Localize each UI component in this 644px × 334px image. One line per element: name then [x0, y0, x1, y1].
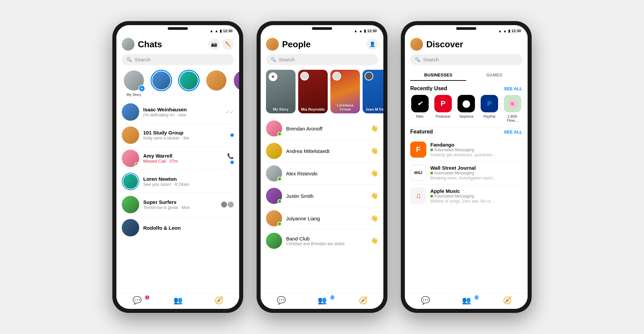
- status-bar-people: ▲ ▲ ▮ 12:30: [261, 25, 383, 35]
- people-item-julyanne[interactable]: Julyanne Liang 👋: [261, 207, 383, 229]
- chat-item-study[interactable]: 101 Study Group Kelly sent a sticker · 9…: [116, 124, 239, 147]
- battery-icon-p: ▮: [364, 29, 366, 33]
- apple-music-icon: ♫: [410, 188, 426, 204]
- fandango-verified-dot: [430, 149, 433, 151]
- wave-icon-alex[interactable]: 👋: [371, 170, 378, 177]
- story-item-5[interactable]: [232, 70, 239, 97]
- story-card-jean[interactable]: Jean-M Denis: [363, 70, 383, 113]
- nav-people-d[interactable]: 👥 33: [446, 296, 487, 305]
- nike-icon: ✔: [411, 95, 429, 112]
- discover-tabs: BUSINESSES GAMES: [405, 68, 528, 84]
- camera-button[interactable]: 📷: [208, 39, 220, 50]
- my-story-label: My Story: [122, 93, 146, 97]
- brand-paypal[interactable]: P PayPal: [480, 95, 499, 122]
- story-card-my-story[interactable]: + My Story: [266, 70, 296, 113]
- discover-screen-content: Discover 🔍 Search BUSINESSES GAMES Recen…: [405, 35, 528, 309]
- time-discover: 12:30: [512, 29, 521, 33]
- nav-discover[interactable]: 🧭: [198, 296, 239, 305]
- chat-item-rodolfo[interactable]: Rodolfo & Leon: [116, 216, 239, 239]
- nav-chat[interactable]: 💬 3: [116, 296, 157, 305]
- nav-people-p[interactable]: 👥 33: [302, 296, 342, 305]
- people-item-alex[interactable]: Alex Ristevski 👋: [261, 162, 383, 184]
- people-search-placeholder: Search: [279, 57, 295, 62]
- people-item-brendan[interactable]: Brendan Aronoff 👋: [261, 117, 383, 140]
- chat-item-surfers[interactable]: Super Surfers Tomorrow is great · Mon: [116, 193, 239, 216]
- people-nav-icon-p: 👥: [318, 296, 327, 305]
- notch-speaker-people: [312, 27, 332, 30]
- featured-fandango[interactable]: F Fandango Automated Messaging Instantly…: [405, 138, 528, 161]
- chat-avatar-rodolfo: [122, 219, 139, 236]
- featured-apple-music[interactable]: ♫ Apple Music Automated Messaging Millio…: [405, 184, 528, 207]
- brand-nike[interactable]: ✔ Nike: [410, 95, 429, 122]
- wave-icon-andrea[interactable]: 👋: [371, 147, 378, 155]
- brand-flowers[interactable]: 🌸 1-800-Flow…: [503, 95, 522, 122]
- chat-meta-isaac: ✓✓: [226, 109, 234, 115]
- tab-businesses[interactable]: BUSINESSES: [410, 70, 466, 81]
- people-name-alex: Alex Ristevski: [286, 171, 317, 176]
- discover-search-bar[interactable]: 🔍 Search: [410, 54, 522, 65]
- people-screen-content: People 👤 🔍 Search + My S: [261, 35, 383, 309]
- chat-info-rodolfo: Rodolfo & Leon: [143, 225, 234, 231]
- phone-discover: ▲ ▲ ▮ 12:30 Discover 🔍 Search BUSINESSES…: [401, 21, 532, 313]
- story-item-2[interactable]: [149, 70, 173, 97]
- compose-button[interactable]: ✏️: [222, 39, 234, 50]
- nav-people[interactable]: 👥: [157, 296, 198, 305]
- chat-info-surfers: Super Surfers Tomorrow is great · Mon: [143, 199, 217, 210]
- people-item-justin[interactable]: Justin Smith 👋: [261, 185, 383, 207]
- chat-preview-surfers: Tomorrow is great · Mon: [143, 205, 217, 210]
- apple-music-name: Apple Music: [430, 188, 522, 194]
- story-item-4[interactable]: [204, 70, 228, 97]
- brand-pinterest[interactable]: P Pinterest: [433, 95, 452, 122]
- battery-icon: ▮: [220, 29, 222, 33]
- nav-discover-d[interactable]: 🧭: [487, 296, 528, 305]
- featured-see-all[interactable]: SEE ALL: [504, 129, 522, 134]
- user-avatar-people[interactable]: [266, 38, 279, 51]
- time-people: 12:30: [367, 29, 377, 33]
- phone-icon-amy: 📞: [227, 153, 234, 159]
- compose-icon: ✏️: [225, 41, 231, 47]
- wave-icon-band[interactable]: 👋: [371, 237, 378, 244]
- apple-music-desc: Millions of songs. Zero ads. No commitme…: [430, 199, 497, 204]
- chat-preview-study: Kelly sent a sticker · 9m: [143, 135, 226, 141]
- search-icon-people: 🔍: [271, 57, 276, 62]
- people-nav-icon-d: 👥: [462, 296, 471, 305]
- search-icon-chats: 🔍: [126, 57, 132, 62]
- wave-icon-brendan[interactable]: 👋: [371, 125, 378, 132]
- recently-used-see-all[interactable]: SEE ALL: [504, 86, 522, 91]
- chat-meta-amy: 📞: [227, 153, 234, 164]
- wsj-icon: WSJ: [410, 165, 426, 181]
- story-card-loredana[interactable]: Loredana Crisan: [330, 70, 360, 113]
- people-item-andrea[interactable]: Andrea Mittelstaedt 👋: [261, 140, 383, 162]
- story-card-mia-label: Mia Reynolds: [300, 107, 326, 111]
- wave-icon-justin[interactable]: 👋: [371, 192, 378, 200]
- chats-list: Isaac Weinhausen I'm definately in! · no…: [116, 101, 239, 293]
- story-my-story[interactable]: + My Story: [122, 70, 146, 97]
- user-avatar-chats[interactable]: [122, 38, 135, 51]
- wave-icon-julyanne[interactable]: 👋: [371, 215, 378, 222]
- phone-discover-screen: ▲ ▲ ▮ 12:30 Discover 🔍 Search BUSINESSES…: [405, 25, 528, 309]
- story-card-mia[interactable]: Mia Reynolds: [298, 70, 328, 113]
- nav-chat-d[interactable]: 💬: [405, 296, 446, 305]
- online-brendan: [277, 132, 282, 136]
- brand-sephora[interactable]: ⬤ Sephora: [457, 95, 476, 122]
- nav-discover-p[interactable]: 🧭: [342, 296, 383, 305]
- chat-name-loren: Loren Newton: [143, 176, 234, 182]
- people-item-band[interactable]: Band Club Christian and Brendan are acti…: [261, 230, 383, 252]
- chat-item-loren[interactable]: Loren Newton See you soon! · 8:24am: [116, 170, 239, 193]
- nav-chat-p[interactable]: 💬: [261, 296, 302, 305]
- discover-nav-icon-d: 🧭: [503, 296, 512, 305]
- user-avatar-discover[interactable]: [410, 38, 423, 51]
- chats-search-bar[interactable]: 🔍 Search: [122, 54, 234, 65]
- chat-item-isaac[interactable]: Isaac Weinhausen I'm definately in! · no…: [116, 101, 239, 123]
- chat-item-amy[interactable]: Amy Warrell Missed Call · 37m 📞: [116, 147, 239, 170]
- people-stories-row: + My Story Mia Reynolds Loredana Crisan: [261, 68, 383, 117]
- people-search-bar[interactable]: 🔍 Search: [266, 54, 378, 65]
- featured-wsj[interactable]: WSJ Wall Street Journal Automated Messag…: [405, 161, 528, 184]
- people-nav-badge: 33: [330, 295, 335, 300]
- people-nav-icon: 👥: [173, 296, 182, 305]
- fandango-name: Fandango: [430, 142, 522, 148]
- chat-avatar-surfers: [122, 196, 139, 213]
- tab-games[interactable]: GAMES: [466, 70, 522, 81]
- story-item-3[interactable]: [177, 70, 201, 97]
- add-person-button[interactable]: 👤: [367, 39, 378, 50]
